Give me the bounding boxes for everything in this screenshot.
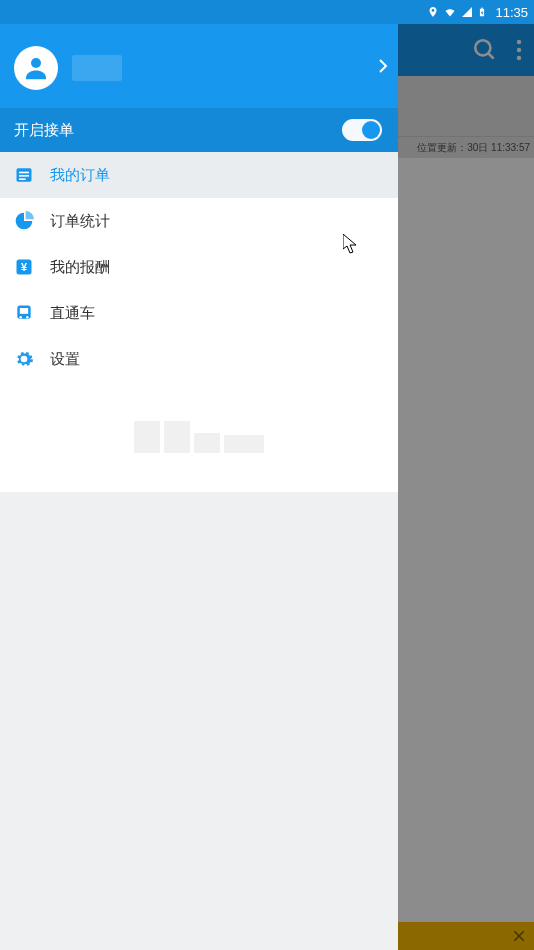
menu-item-settings[interactable]: 设置 (0, 336, 398, 382)
navigation-drawer: 开启接单 我的订单 订单统计 ¥ 我的报酬 直通车 (0, 24, 398, 950)
menu-item-label: 设置 (50, 350, 80, 369)
svg-point-17 (26, 316, 29, 319)
menu-item-direct[interactable]: 直通车 (0, 290, 398, 336)
drawer-logo-area (0, 382, 398, 492)
drawer-menu: 我的订单 订单统计 ¥ 我的报酬 直通车 设置 (0, 152, 398, 382)
battery-icon (477, 5, 487, 19)
menu-item-label: 直通车 (50, 304, 95, 323)
user-name (72, 55, 122, 81)
svg-point-16 (19, 316, 22, 319)
gear-icon (14, 349, 34, 369)
menu-item-label: 订单统计 (50, 212, 110, 231)
svg-point-18 (22, 357, 26, 361)
person-icon (21, 53, 51, 83)
chart-icon (14, 211, 34, 231)
avatar (14, 46, 58, 90)
svg-rect-9 (19, 172, 29, 174)
menu-item-my-orders[interactable]: 我的订单 (0, 152, 398, 198)
wifi-icon (443, 6, 457, 18)
transport-icon (14, 303, 34, 323)
status-icons: 11:35 (427, 5, 528, 20)
menu-item-label: 我的报酬 (50, 258, 110, 277)
user-row[interactable] (0, 24, 398, 108)
svg-rect-11 (19, 178, 26, 180)
menu-item-order-stats[interactable]: 订单统计 (0, 198, 398, 244)
menu-item-label: 我的订单 (50, 166, 110, 185)
mouse-cursor (343, 234, 359, 254)
drawer-header: 开启接单 (0, 24, 398, 152)
signal-icon (461, 6, 473, 18)
menu-item-my-reward[interactable]: ¥ 我的报酬 (0, 244, 398, 290)
logo-placeholder (134, 421, 264, 453)
svg-text:¥: ¥ (21, 261, 27, 273)
accept-orders-label: 开启接单 (14, 121, 74, 140)
location-icon (427, 6, 439, 18)
svg-rect-15 (20, 308, 28, 314)
svg-point-7 (31, 58, 41, 68)
accept-orders-switch[interactable] (342, 119, 382, 141)
accept-orders-toggle-row: 开启接单 (0, 108, 398, 152)
list-icon (14, 165, 34, 185)
money-icon: ¥ (14, 257, 34, 277)
status-time: 11:35 (495, 5, 528, 20)
drawer-spacer (0, 492, 398, 950)
status-bar: 11:35 (0, 0, 534, 24)
chevron-right-icon (378, 58, 388, 74)
svg-rect-10 (19, 175, 29, 177)
